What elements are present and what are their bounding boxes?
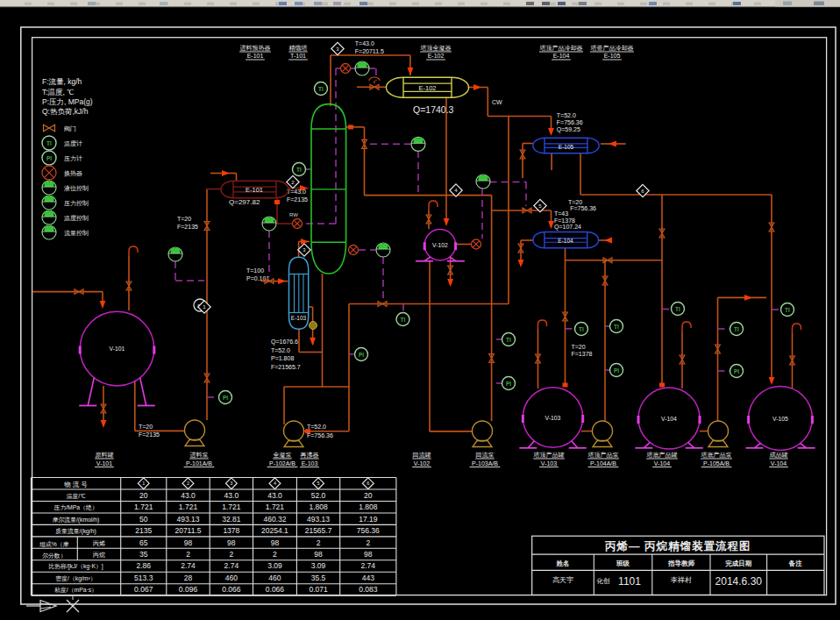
svg-text:V-102: V-102 [432, 242, 448, 248]
svg-text:塔底产品泵: 塔底产品泵 [701, 452, 732, 459]
svg-text:F=756.36: F=756.36 [557, 119, 583, 125]
svg-text:备注: 备注 [788, 559, 803, 567]
svg-text:完成日期: 完成日期 [725, 559, 752, 567]
svg-text:20: 20 [139, 491, 148, 500]
svg-text:V-103: V-103 [541, 460, 557, 467]
svg-text:V-104: V-104 [771, 460, 787, 467]
svg-text:2.74: 2.74 [224, 561, 239, 570]
svg-text:压力控制: 压力控制 [64, 200, 89, 207]
svg-text:493.13: 493.13 [307, 515, 330, 524]
svg-text:温度控制: 温度控制 [64, 215, 89, 222]
svg-text:F=20711.5: F=20711.5 [355, 48, 384, 54]
svg-text:Q:热负荷,kJ/h: Q:热负荷,kJ/h [42, 107, 89, 116]
svg-text:513.3: 513.3 [134, 574, 153, 582]
svg-text:65: 65 [139, 538, 148, 547]
svg-text:Q=1676.6: Q=1676.6 [271, 339, 298, 346]
svg-text:2.74: 2.74 [361, 561, 376, 570]
svg-text:98: 98 [314, 550, 323, 559]
svg-text:PI: PI [506, 381, 511, 387]
svg-text:P-104A/B: P-104A/B [590, 460, 616, 467]
svg-text:TI: TI [675, 306, 680, 312]
svg-text:TI: TI [734, 326, 739, 332]
svg-text:52.0: 52.0 [311, 491, 326, 500]
svg-text:F=21565.7: F=21565.7 [271, 364, 301, 370]
svg-text:换热器: 换热器 [64, 170, 82, 177]
svg-text:F=756.36: F=756.36 [307, 432, 333, 438]
svg-text:0.067: 0.067 [134, 585, 153, 594]
svg-text:T=100: T=100 [246, 267, 264, 274]
svg-text:再沸器: 再沸器 [301, 452, 319, 459]
svg-text:3: 3 [230, 481, 232, 486]
svg-text:V-104: V-104 [661, 416, 677, 422]
svg-text:PI: PI [223, 395, 228, 401]
svg-text:1101: 1101 [618, 575, 641, 588]
svg-text:0.066: 0.066 [222, 585, 241, 594]
svg-text:PI: PI [734, 368, 739, 374]
svg-text:V-101: V-101 [96, 460, 112, 467]
svg-text:1378: 1378 [223, 526, 239, 535]
svg-text:压力计: 压力计 [64, 155, 82, 161]
svg-text:丙烷: 丙烷 [92, 552, 105, 558]
svg-text:TI: TI [785, 307, 790, 313]
svg-text:Q=1740.3: Q=1740.3 [413, 104, 454, 115]
svg-text:493.13: 493.13 [177, 515, 200, 524]
svg-text:P-102A/B: P-102A/B [269, 460, 295, 467]
svg-text:0.071: 0.071 [309, 585, 328, 594]
svg-text:2135: 2135 [135, 526, 152, 535]
svg-text:T=20: T=20 [177, 216, 191, 222]
svg-text:T=52.0: T=52.0 [557, 112, 576, 118]
svg-text:1.808: 1.808 [359, 502, 378, 511]
svg-text:CW: CW [492, 99, 502, 105]
svg-text:T=20: T=20 [139, 424, 153, 430]
svg-text:塔顶产品冷却器: 塔顶产品冷却器 [539, 45, 583, 52]
svg-text:1: 1 [142, 481, 145, 486]
svg-text:0.066: 0.066 [266, 585, 285, 594]
svg-text:V-105: V-105 [772, 416, 788, 422]
svg-text:流量控制: 流量控制 [64, 230, 89, 237]
svg-text:E-103: E-103 [302, 460, 318, 467]
svg-text:尔分数）: 尔分数） [42, 552, 66, 559]
svg-text:TI: TI [46, 140, 52, 146]
svg-text:2014.6.30: 2014.6.30 [715, 575, 763, 588]
svg-text:443: 443 [362, 574, 374, 582]
svg-text:Q=297.82: Q=297.82 [229, 198, 260, 206]
svg-text:E-105: E-105 [604, 53, 621, 59]
svg-text:E-102: E-102 [428, 53, 445, 59]
svg-text:1.721: 1.721 [179, 502, 198, 511]
svg-text:E-103: E-103 [291, 315, 307, 321]
svg-text:组成%（摩: 组成%（摩 [39, 541, 68, 548]
svg-text:F=756.36: F=756.36 [570, 205, 596, 211]
svg-text:进料泵: 进料泵 [190, 452, 209, 459]
svg-text:E-104: E-104 [553, 53, 570, 59]
svg-text:T=20: T=20 [568, 199, 582, 205]
svg-text:回流罐: 回流罐 [413, 452, 431, 459]
svg-text:98: 98 [271, 538, 280, 547]
svg-text:塔底产品罐: 塔底产品罐 [646, 452, 678, 459]
svg-text:17.19: 17.19 [359, 515, 378, 524]
svg-text:98: 98 [364, 550, 373, 559]
svg-text:PI: PI [614, 367, 619, 374]
svg-text:20: 20 [364, 491, 373, 500]
svg-text:T=43.0: T=43.0 [287, 189, 306, 195]
svg-text:PI: PI [46, 155, 52, 161]
svg-text:20711.5: 20711.5 [174, 526, 201, 535]
svg-text:43.0: 43.0 [224, 491, 239, 500]
svg-text:F=1378: F=1378 [554, 217, 575, 224]
svg-text:756.36: 756.36 [357, 526, 380, 535]
svg-text:F=1378: F=1378 [572, 351, 593, 357]
svg-text:F=2135: F=2135 [287, 196, 308, 203]
svg-text:460: 460 [225, 574, 238, 582]
svg-text:50: 50 [139, 515, 148, 524]
svg-text:3.09: 3.09 [267, 561, 282, 570]
svg-text:高天宇: 高天宇 [552, 576, 573, 584]
svg-text:F=2135: F=2135 [177, 224, 198, 230]
svg-text:塔顶产品泵: 塔顶产品泵 [587, 452, 619, 459]
svg-text:2.86: 2.86 [136, 561, 151, 570]
svg-text:比热容/[kJ/（kg·K）]: 比热容/[kJ/（kg·K）] [48, 563, 103, 570]
svg-text:TI: TI [579, 326, 584, 332]
svg-text:丙烯: 丙烯 [92, 540, 105, 546]
svg-text:32.81: 32.81 [222, 515, 241, 524]
svg-text:E-102: E-102 [418, 84, 436, 92]
svg-text:P-103A/B: P-103A/B [472, 460, 498, 467]
svg-text:F=2135: F=2135 [139, 431, 160, 438]
